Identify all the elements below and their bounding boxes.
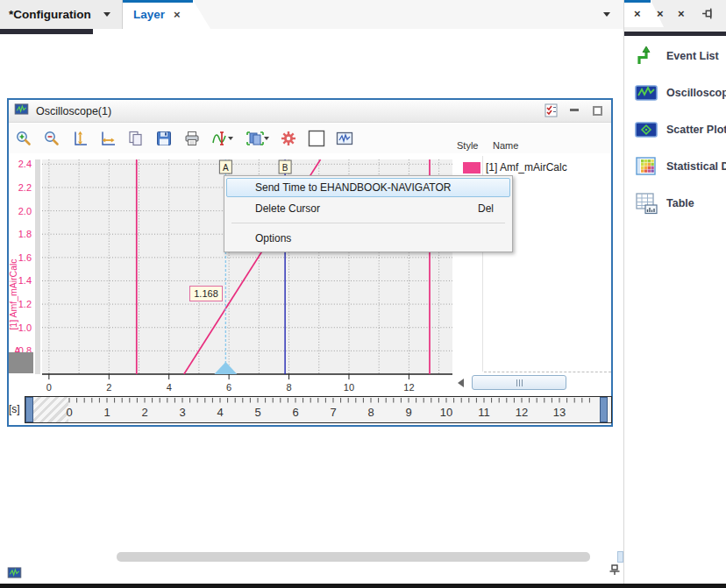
save-button[interactable] [153,128,175,149]
time-ruler[interactable]: 012345678910111213 [25,396,612,423]
right-tab-close-icon[interactable]: × [678,8,685,19]
zoom-in-button[interactable] [12,128,35,149]
minimize-icon [570,109,579,111]
menu-item-options[interactable]: Options [226,229,510,248]
settings-gear-button[interactable] [277,128,300,149]
x-tick-label: 4 [167,382,172,393]
sidebar-item-table[interactable]: Table [624,185,726,222]
copy-icon [127,130,145,147]
tab-overflow-button[interactable] [603,12,610,17]
legend-style-header: Style [457,140,478,151]
y-tick-label: 1.8 [18,229,32,239]
measure-list-button[interactable] [544,103,559,117]
vertical-scrollbar-thumb[interactable] [9,352,33,373]
right-panel-tab-bar: × × × [624,0,726,32]
fit-horizontal-button[interactable] [96,128,119,149]
oscilloscope-titlebar[interactable]: Oscilloscope(1) [9,100,611,123]
chevron-down-icon[interactable] [103,12,110,17]
sidebar-item-event-list[interactable]: Event List [624,38,726,74]
menu-item-shortcut: Del [478,202,494,215]
tab-layer[interactable]: Layer × [123,0,210,29]
right-tab-close-icon[interactable]: × [634,8,641,19]
y-tick-label: 1.0 [18,322,32,333]
sidebar-item-label: Statistical Data [666,160,726,173]
save-icon [155,130,173,147]
tool-palette-panel: × × × Event ListOscilloscopeScatter Plot… [624,0,726,588]
oscilloscope-mini-icon [336,130,353,147]
empty-square-button[interactable] [305,128,328,149]
scatter-plot-icon [635,118,658,141]
menu-item-label: Send Time to EHANDBOOK-NAVIGATOR [255,181,451,194]
tabbar-edge [624,32,726,36]
oscilloscope-mini-button[interactable] [333,128,356,149]
legend-drop-edge [484,372,611,372]
zoom-in-icon [15,130,32,147]
legend-name-header: Name [493,140,518,151]
ruler-number: 9 [405,406,411,419]
oscilloscope-icon[interactable] [7,565,22,580]
ruler-number: 11 [478,406,490,419]
tab-configuration[interactable]: *Configuration [0,0,123,29]
ruler-number: 12 [516,406,528,419]
scrollbar-nub[interactable] [617,551,623,563]
legend-style-swatch[interactable] [463,162,480,174]
pin-icon[interactable] [609,563,621,576]
copy-button[interactable] [125,128,147,149]
pin-icon[interactable] [701,7,715,24]
ruler-number: 13 [553,406,566,419]
fit-vertical-button[interactable] [68,128,91,149]
menu-item-label: Options [255,232,291,244]
ruler-number: 6 [292,406,298,419]
tab-layer-label: Layer [133,8,165,21]
y-axis-title: [1] Amf_mAirCalc [9,259,18,329]
ruler-range-handle-left[interactable] [25,397,33,422]
oscilloscope-toolbar [9,124,611,153]
legend-series-name[interactable]: [1] Amf_mAirCalc [486,161,567,174]
y-scrollbar-track[interactable] [35,159,40,374]
tab-layer-close-icon[interactable]: × [174,9,181,20]
ruler-number: 7 [330,406,336,419]
cursor-value-readout: 1.168 [189,286,223,301]
oscilloscope-tool-icon [635,81,658,104]
right-tab-close-icon[interactable]: × [657,8,664,19]
sidebar-item-oscilloscope[interactable]: Oscilloscope [624,74,726,111]
fit-vertical-icon [71,130,89,147]
table-icon [635,192,658,215]
zoom-out-icon [43,130,60,147]
ruler-number: 4 [217,406,223,419]
x-tick-label: 10 [344,382,354,393]
signal-cursor-button[interactable] [209,128,237,149]
menu-item-send-time-to-ehandbook-navigator[interactable]: Send Time to EHANDBOOK-NAVIGATOR [226,178,510,197]
minimize-button[interactable] [567,103,581,117]
x-tick-label: 2 [106,382,111,393]
ruler-number: 2 [141,406,147,419]
sidebar-item-label: Table [666,197,694,209]
page-horizontal-scrollbar[interactable] [117,552,590,562]
event-list-icon [635,45,658,67]
maximize-icon [593,106,602,116]
maximize-button[interactable] [590,103,604,117]
print-button[interactable] [181,128,203,149]
view-layout-button[interactable] [242,128,272,149]
menu-separator [231,223,505,223]
fit-horizontal-icon [99,130,117,147]
menu-item-delete-cursor[interactable]: Delete CursorDel [226,199,510,218]
application-window: *Configuration Layer × × × × Event ListO… [0,0,726,588]
y-tick-label: 2.4 [18,159,32,169]
sidebar-item-statistical-data[interactable]: Statistical Data [624,148,726,185]
x-tick-label: 12 [403,382,414,393]
menu-item-label: Delete Cursor [255,202,320,215]
scroll-left-arrow[interactable] [458,379,464,387]
tool-list: Event ListOscilloscopeScatter PlotStatis… [624,38,726,222]
cursor-flag-label: A [223,163,229,173]
signal-cursor-icon [211,130,234,147]
oscilloscope-icon [14,102,29,120]
ruler-number: 3 [179,406,185,419]
ruler-range-handle-right[interactable] [600,397,608,422]
x-tick-label: 0 [46,382,52,393]
zoom-out-button[interactable] [40,128,63,149]
window-bottom-edge [0,584,726,588]
horizontal-scrollbar-thumb[interactable] [472,375,566,390]
print-icon [183,130,201,147]
sidebar-item-scatter-plot[interactable]: Scatter Plot [624,111,726,148]
